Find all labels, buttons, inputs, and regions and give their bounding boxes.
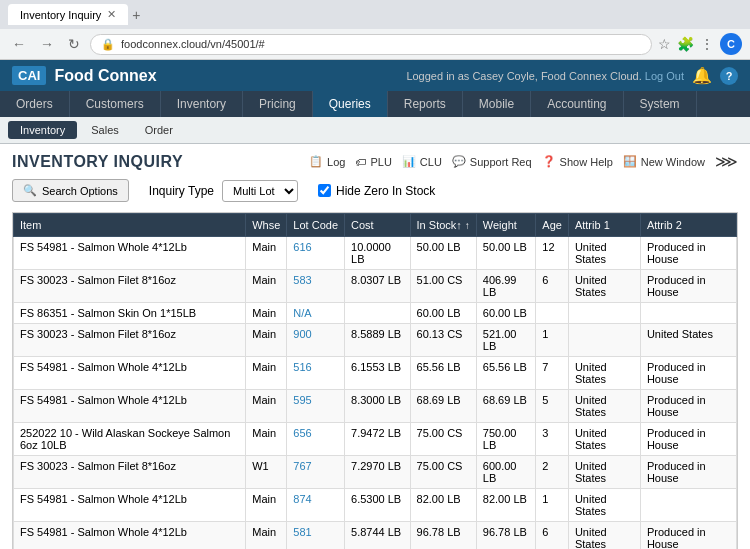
cell-lot[interactable]: 581: [287, 522, 345, 550]
cell-attrib1: United States: [568, 423, 640, 456]
cell-lot[interactable]: N/A: [287, 303, 345, 324]
cell-item: FS 54981 - Salmon Whole 4*12Lb: [14, 390, 246, 423]
support-icon: 💬: [452, 155, 466, 168]
cell-attrib2: Produced in House: [640, 423, 736, 456]
cell-attrib2: Produced in House: [640, 237, 736, 270]
browser-controls: ← → ↻ 🔒 foodconnex.cloud/vn/45001/# ☆ 🧩 …: [0, 29, 750, 60]
app-name: Food Connex: [54, 67, 156, 85]
clu-button[interactable]: 📊 CLU: [402, 155, 442, 168]
cell-item: 252022 10 - Wild Alaskan Sockeye Salmon …: [14, 423, 246, 456]
cell-weight: 521.00 LB: [476, 324, 536, 357]
cell-age: [536, 303, 569, 324]
help-toolbar-icon: ❓: [542, 155, 556, 168]
nav-system[interactable]: System: [624, 91, 697, 117]
cell-instock: 60.13 CS: [410, 324, 476, 357]
cai-logo: CAI: [12, 66, 46, 85]
cell-lot[interactable]: 874: [287, 489, 345, 522]
notification-bell-icon[interactable]: 🔔: [692, 66, 712, 85]
user-avatar[interactable]: C: [720, 33, 742, 55]
cell-whse: Main: [246, 324, 287, 357]
cell-attrib2: Produced in House: [640, 270, 736, 303]
cell-cost: 8.0307 LB: [345, 270, 411, 303]
inquiry-type-section: Inquiry Type Multi Lot: [149, 180, 298, 202]
nav-inventory[interactable]: Inventory: [161, 91, 243, 117]
clu-icon: 📊: [402, 155, 416, 168]
cell-whse: W1: [246, 456, 287, 489]
cell-whse: Main: [246, 357, 287, 390]
cell-lot[interactable]: 616: [287, 237, 345, 270]
active-tab[interactable]: Inventory Inquiry ✕: [8, 4, 128, 25]
logo-area: CAI Food Connex: [12, 66, 157, 85]
cell-lot[interactable]: 656: [287, 423, 345, 456]
logged-in-text: Logged in as Casey Coyle, Food Connex Cl…: [406, 70, 684, 82]
tab-close-button[interactable]: ✕: [107, 8, 116, 21]
cell-weight: 600.00 LB: [476, 456, 536, 489]
cell-instock: 75.00 CS: [410, 456, 476, 489]
page-toolbar: INVENTORY INQUIRY 📋 Log 🏷 PLU 📊 CLU 💬 Su…: [12, 152, 738, 171]
new-tab-button[interactable]: +: [132, 7, 140, 23]
sub-nav-sales[interactable]: Sales: [79, 121, 131, 139]
help-button[interactable]: ❓ Show Help: [542, 155, 613, 168]
new-window-button[interactable]: 🪟 New Window: [623, 155, 705, 168]
cell-item: FS 54981 - Salmon Whole 4*12Lb: [14, 522, 246, 550]
hide-zero-checkbox[interactable]: [318, 184, 331, 197]
table-row: FS 54981 - Salmon Whole 4*12Lb Main 616 …: [14, 237, 737, 270]
cell-lot[interactable]: 516: [287, 357, 345, 390]
cell-lot[interactable]: 900: [287, 324, 345, 357]
nav-customers[interactable]: Customers: [70, 91, 161, 117]
address-bar[interactable]: 🔒 foodconnex.cloud/vn/45001/#: [90, 34, 652, 55]
nav-orders[interactable]: Orders: [0, 91, 70, 117]
table-row: FS 54981 - Salmon Whole 4*12Lb Main 874 …: [14, 489, 737, 522]
cell-item: FS 30023 - Salmon Filet 8*16oz: [14, 456, 246, 489]
search-options-button[interactable]: 🔍 Search Options: [12, 179, 129, 202]
nav-mobile[interactable]: Mobile: [463, 91, 531, 117]
refresh-button[interactable]: ↻: [64, 34, 84, 54]
cell-attrib2: Produced in House: [640, 390, 736, 423]
nav-pricing[interactable]: Pricing: [243, 91, 313, 117]
cell-weight: 82.00 LB: [476, 489, 536, 522]
table-row: FS 30023 - Salmon Filet 8*16oz Main 583 …: [14, 270, 737, 303]
inquiry-type-select[interactable]: Multi Lot: [222, 180, 298, 202]
plu-button[interactable]: 🏷 PLU: [355, 156, 391, 168]
tab-bar: Inventory Inquiry ✕ +: [8, 4, 141, 25]
cell-attrib1: United States: [568, 270, 640, 303]
log-button[interactable]: 📋 Log: [309, 155, 345, 168]
cell-attrib1: United States: [568, 522, 640, 550]
cell-age: 7: [536, 357, 569, 390]
nav-accounting[interactable]: Accounting: [531, 91, 623, 117]
col-header-instock[interactable]: In Stock↑: [410, 214, 476, 237]
cell-age: 6: [536, 522, 569, 550]
hide-zero-label: Hide Zero In Stock: [336, 184, 435, 198]
bookmark-icon[interactable]: ☆: [658, 36, 671, 52]
cell-cost: 6.1553 LB: [345, 357, 411, 390]
cell-lot[interactable]: 583: [287, 270, 345, 303]
cell-attrib1: [568, 324, 640, 357]
cell-instock: 82.00 LB: [410, 489, 476, 522]
cell-attrib1: [568, 303, 640, 324]
cell-weight: 50.00 LB: [476, 237, 536, 270]
collapse-button[interactable]: ⋙: [715, 152, 738, 171]
nav-queries[interactable]: Queries: [313, 91, 388, 117]
nav-reports[interactable]: Reports: [388, 91, 463, 117]
logout-link[interactable]: Log Out: [645, 70, 684, 82]
sub-nav-inventory[interactable]: Inventory: [8, 121, 77, 139]
support-button[interactable]: 💬 Support Req: [452, 155, 532, 168]
col-header-weight: Weight: [476, 214, 536, 237]
cell-age: 12: [536, 237, 569, 270]
cell-weight: 750.00 LB: [476, 423, 536, 456]
cell-lot[interactable]: 595: [287, 390, 345, 423]
cell-item: FS 30023 - Salmon Filet 8*16oz: [14, 324, 246, 357]
extension-icon[interactable]: 🧩: [677, 36, 694, 52]
settings-icon[interactable]: ⋮: [700, 36, 714, 52]
cell-instock: 68.69 LB: [410, 390, 476, 423]
help-icon[interactable]: ?: [720, 67, 738, 85]
sub-nav-order[interactable]: Order: [133, 121, 185, 139]
sub-nav: Inventory Sales Order: [0, 117, 750, 144]
back-button[interactable]: ←: [8, 34, 30, 54]
cell-age: 1: [536, 324, 569, 357]
cell-lot[interactable]: 767: [287, 456, 345, 489]
forward-button[interactable]: →: [36, 34, 58, 54]
cell-cost: 8.5889 LB: [345, 324, 411, 357]
col-header-cost: Cost: [345, 214, 411, 237]
search-icon: 🔍: [23, 184, 37, 197]
